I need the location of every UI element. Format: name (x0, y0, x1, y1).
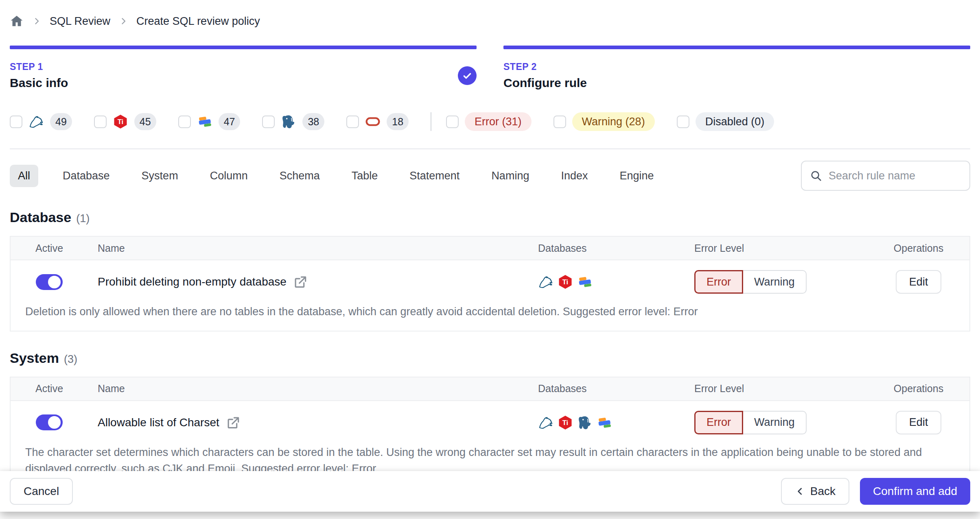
name-cell: Prohibit deleting non-empty database (88, 274, 526, 290)
column-header-operations: Operations (868, 242, 969, 254)
rule-description: Deletion is only allowed when there are … (11, 298, 969, 331)
section-count: (1) (76, 212, 90, 225)
rule-row-main: Prohibit deleting non-empty databaseTiEr… (11, 260, 969, 298)
step-1-label: STEP 1 (10, 61, 68, 72)
level-checkbox-error[interactable] (446, 116, 459, 128)
search-box (801, 161, 970, 191)
step-1: STEP 1 Basic info (10, 46, 477, 90)
rule-sections: Database(1)ActiveNameDatabasesError Leve… (10, 209, 970, 488)
tab-all[interactable]: All (10, 165, 38, 187)
tidb-icon: Ti (558, 274, 573, 290)
error-level-cell: ErrorWarning (689, 270, 868, 294)
confirm-and-add-button[interactable]: Confirm and add (860, 478, 970, 505)
engine-count-badge: 47 (219, 113, 241, 130)
step-2: STEP 2 Configure rule (503, 46, 970, 90)
tab-schema[interactable]: Schema (280, 165, 320, 187)
engine-checkbox-mysql[interactable] (10, 116, 22, 128)
back-button[interactable]: Back (781, 478, 849, 505)
svg-text:Ti: Ti (562, 419, 568, 427)
column-header-name: Name (88, 383, 526, 395)
column-header-operations: Operations (868, 383, 969, 395)
tab-statement[interactable]: Statement (409, 165, 459, 187)
section-heading-system: System(3) (10, 350, 970, 366)
external-link-icon[interactable] (293, 274, 308, 290)
filter-bar: 49Ti45473818 Error (31)Warning (28)Disab… (10, 111, 970, 132)
engine-filter-postgresql: 38 (262, 113, 324, 130)
engine-count-badge: 18 (387, 113, 409, 130)
engine-checkbox-oracle[interactable] (346, 116, 359, 128)
level-pill-error: Error (31) (465, 112, 532, 131)
level-pill-warning: Warning (28) (572, 112, 655, 131)
table-header: ActiveNameDatabasesError LevelOperations (11, 377, 969, 401)
create-sql-review-policy-page: SQL Review Create SQL review policy STEP… (0, 0, 980, 488)
section-title: Database (10, 209, 71, 225)
category-tabs: AllDatabaseSystemColumnSchemaTableStatem… (10, 161, 970, 191)
engine-filter-mysql: 49 (10, 113, 72, 130)
engine-checkbox-tidb[interactable] (94, 116, 107, 128)
active-toggle[interactable] (36, 274, 63, 290)
mysql-icon (538, 415, 553, 430)
home-icon[interactable] (10, 14, 24, 28)
external-link-icon[interactable] (225, 415, 241, 430)
tab-naming[interactable]: Naming (491, 165, 529, 187)
step-1-progress-bar (10, 46, 477, 49)
error-level-cell: ErrorWarning (689, 411, 868, 434)
level-checkbox-warning[interactable] (553, 116, 566, 128)
footer-action-bar: Cancel Back Confirm and add (0, 471, 980, 512)
filter-divider (431, 112, 431, 131)
tab-engine[interactable]: Engine (619, 165, 654, 187)
section-count: (3) (64, 353, 77, 366)
step-1-title: Basic info (10, 76, 68, 90)
tabs-list: AllDatabaseSystemColumnSchemaTableStatem… (10, 165, 686, 187)
tab-column[interactable]: Column (210, 165, 248, 187)
tidb-icon: Ti (558, 415, 573, 430)
back-button-label: Back (810, 485, 836, 498)
error-level-segmented-control: ErrorWarning (694, 411, 868, 434)
level-filter-error: Error (31) (446, 112, 532, 131)
tab-table[interactable]: Table (352, 165, 378, 187)
svg-text:Ti: Ti (118, 118, 123, 126)
edit-button[interactable]: Edit (896, 411, 942, 434)
breadcrumb-item-sql-review[interactable]: SQL Review (50, 15, 110, 28)
engine-checkbox-oceanbase[interactable] (178, 116, 191, 128)
tidb-icon: Ti (113, 114, 128, 129)
rule-row: Prohibit deleting non-empty databaseTiEr… (11, 260, 969, 331)
engine-checkbox-postgresql[interactable] (262, 116, 275, 128)
error-level-warning-button[interactable]: Warning (743, 411, 807, 434)
oceanbase-icon (197, 114, 212, 129)
cancel-button[interactable]: Cancel (10, 478, 73, 505)
rule-row-main: Allowable list of CharsetTiErrorWarningE… (11, 401, 969, 438)
search-input[interactable] (829, 170, 961, 182)
engine-filter-oceanbase: 47 (178, 113, 241, 130)
level-checkbox-disabled[interactable] (677, 116, 689, 128)
engine-count-badge: 38 (302, 113, 324, 130)
engine-count-badge: 45 (134, 113, 156, 130)
level-filter-disabled: Disabled (0) (677, 112, 774, 131)
step-1-completed-check-icon (458, 66, 477, 85)
databases-cell: Ti (526, 274, 689, 290)
edit-button[interactable]: Edit (896, 270, 942, 294)
tab-database[interactable]: Database (63, 165, 110, 187)
rule-table-database: ActiveNameDatabasesError LevelOperations… (10, 236, 970, 331)
oracle-icon (365, 114, 381, 129)
name-cell: Allowable list of Charset (88, 415, 526, 430)
tab-index[interactable]: Index (561, 165, 588, 187)
step-2-title: Configure rule (503, 76, 587, 90)
error-level-error-button[interactable]: Error (694, 270, 743, 294)
tab-system[interactable]: System (142, 165, 178, 187)
postgresql-icon (577, 415, 593, 430)
level-pill-disabled: Disabled (0) (696, 112, 774, 131)
breadcrumb-item-current: Create SQL review policy (136, 15, 260, 28)
chevron-right-icon (32, 16, 42, 26)
active-toggle[interactable] (36, 414, 63, 430)
column-header-name: Name (88, 242, 526, 254)
oceanbase-icon (577, 274, 593, 290)
engine-filters: 49Ti45473818 (10, 113, 431, 130)
operations-cell: Edit (868, 270, 969, 294)
error-level-warning-button[interactable]: Warning (743, 270, 807, 294)
databases-cell: Ti (526, 415, 689, 430)
mysql-icon (538, 274, 553, 290)
operations-cell: Edit (868, 411, 969, 434)
error-level-error-button[interactable]: Error (694, 411, 743, 434)
breadcrumb: SQL Review Create SQL review policy (10, 0, 970, 29)
